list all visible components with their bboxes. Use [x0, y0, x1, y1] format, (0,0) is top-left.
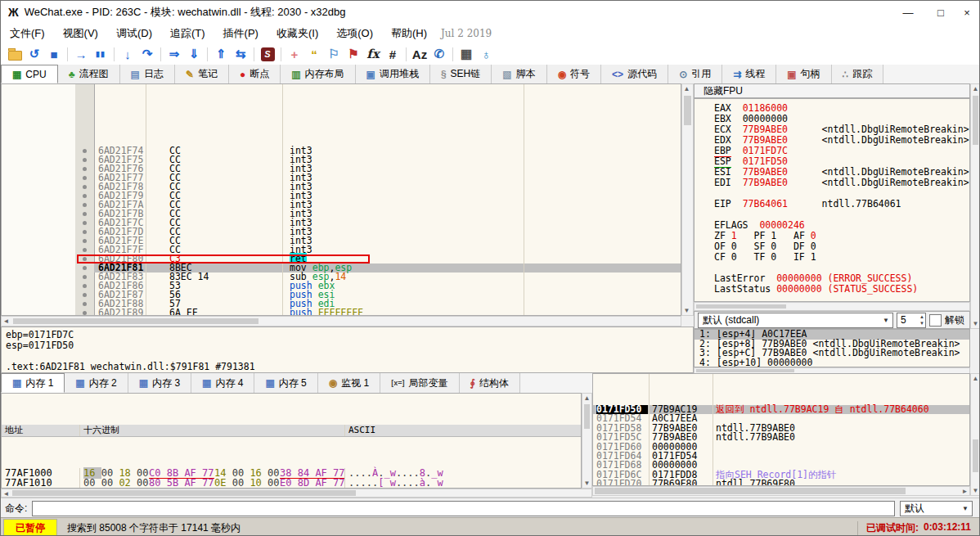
tab-log[interactable]: ▤日志 — [120, 65, 175, 83]
hide-fpu-button[interactable]: 隐藏FPU — [694, 83, 970, 98]
comment-icon[interactable]: “ — [304, 45, 324, 63]
tab-symbols[interactable]: ◉符号 — [547, 65, 601, 83]
restart-icon[interactable]: ↺ — [25, 45, 44, 63]
dump-vertical-scrollbar[interactable]: ▲▼ — [582, 393, 592, 489]
dump-tab-监视 1[interactable]: ◉监视 1 — [318, 373, 381, 393]
registers-vertical-scrollbar[interactable]: ▲▼ — [970, 83, 980, 329]
tab-graph[interactable]: ♣流程图 — [58, 65, 120, 83]
stack-vertical-scrollbar[interactable]: ▲▼ — [970, 373, 980, 496]
breakpoint-dot-icon[interactable] — [83, 230, 87, 234]
breakpoint-dot-icon[interactable] — [83, 284, 87, 288]
command-profile-select[interactable]: 默认 ▼ — [900, 501, 973, 516]
breakpoint-dot-icon[interactable] — [83, 194, 87, 198]
strings-icon[interactable]: Az — [410, 45, 429, 63]
hash-icon[interactable]: # — [383, 45, 402, 63]
stack-row[interactable]: 0171FD5077B9AC19返回到 ntdll.77B9AC19 自 ntd… — [593, 405, 969, 414]
menu-item[interactable]: 追踪(T) — [161, 25, 214, 43]
stack-row[interactable]: 0171FD6000000000 — [593, 443, 969, 452]
breakpoint-dot-icon[interactable] — [83, 239, 87, 243]
dump-tab-局部变量[interactable]: [x=]局部变量 — [380, 373, 459, 393]
patch-icon[interactable]: + — [285, 45, 304, 63]
stack-horizontal-scrollbar[interactable]: ► — [592, 486, 970, 496]
breakpoint-dot-icon[interactable] — [83, 311, 87, 315]
settings-icon[interactable]: S — [258, 45, 277, 63]
dump-horizontal-scrollbar[interactable]: ◄ — [1, 489, 592, 498]
menu-item[interactable]: 文件(F) — [1, 25, 54, 43]
step-over-icon[interactable]: ↷ — [137, 45, 157, 63]
disasm-row[interactable]: 6AD21F896A FFpush FFFFFFFF — [2, 309, 681, 316]
label-icon[interactable]: ⚐ — [324, 45, 344, 63]
registers-horizontal-scrollbar[interactable] — [694, 302, 970, 311]
calculator-icon[interactable]: ▦ — [456, 45, 476, 63]
dump-tab-内存 4[interactable]: ▦内存 4 — [191, 373, 254, 393]
disasm-vertical-scrollbar[interactable]: ▲▼ — [681, 83, 694, 316]
tab-threads[interactable]: ⇉线程 — [722, 65, 776, 83]
tab-trace[interactable]: ∴跟踪 — [832, 65, 884, 83]
phone-icon[interactable]: ✆ — [429, 45, 449, 63]
stop-icon[interactable]: ■ — [44, 45, 64, 63]
tab-memmap[interactable]: ▥内存布局 — [281, 65, 355, 83]
menu-item[interactable]: 视图(V) — [54, 25, 107, 43]
tab-breakpoints[interactable]: ●断点 — [229, 65, 281, 83]
tab-handles[interactable]: ▣句柄 — [776, 65, 831, 83]
breakpoint-dot-icon[interactable] — [83, 158, 87, 162]
unlock-checkbox[interactable] — [929, 314, 942, 327]
globe-icon[interactable]: ♁ — [476, 45, 496, 63]
step-into-icon[interactable]: ↓ — [118, 45, 137, 63]
close-button[interactable]: × — [948, 1, 980, 24]
tab-references[interactable]: ⊙引用 — [668, 65, 722, 83]
disasm-horizontal-scrollbar[interactable]: ◄ — [1, 316, 681, 327]
calling-convention-select[interactable]: 默认 (stdcall) ▼ — [698, 313, 893, 328]
tab-cpu[interactable]: ▦CPU — [1, 65, 58, 83]
tab-source[interactable]: <>源代码 — [601, 65, 668, 83]
stack-arguments-panel[interactable]: 1: [esp+4] A0C17EEA2: [esp+8] 77B9ABE0 <… — [694, 329, 970, 367]
register-line[interactable]: EDI 77B9ABE0 <ntdll.DbgUiRemoteBreakin> — [695, 178, 969, 188]
run-to-user-code-icon[interactable]: ⇑ — [211, 45, 231, 63]
breakpoint-dot-icon[interactable] — [83, 293, 87, 297]
menu-item[interactable]: 调试(D) — [107, 25, 161, 43]
menu-item[interactable]: 帮助(H) — [382, 25, 436, 43]
argument-row[interactable]: 4: [esp+10] 00000000 — [695, 358, 969, 368]
attach-icon[interactable]: ⇆ — [231, 45, 250, 63]
breakpoint-dot-icon[interactable] — [83, 167, 87, 171]
memory-dump-panel[interactable]: 地址 十六进制 ASCII 77AF100016 00 18 00C0 8B A… — [1, 393, 582, 489]
tab-seh[interactable]: §SEH链 — [430, 65, 492, 83]
stack-panel[interactable]: 0171FD5077B9AC19返回到 ntdll.77B9AC19 自 ntd… — [592, 373, 970, 486]
stack-row[interactable]: 0171FD5C77B9ABE0ntdll.77B9ABE0 — [593, 433, 969, 442]
menu-item[interactable]: 选项(O) — [327, 25, 382, 43]
bookmark-icon[interactable]: ⚑ — [344, 45, 363, 63]
breakpoint-dot-icon[interactable] — [83, 185, 87, 189]
function-icon[interactable]: fx — [363, 45, 383, 63]
register-line[interactable]: LastStatus 00000000 (STATUS_SUCCESS) — [695, 284, 969, 295]
tab-notes[interactable]: ✎笔记 — [175, 65, 229, 83]
dump-tab-内存 1[interactable]: ▦内存 1 — [1, 373, 65, 393]
pause-icon[interactable]: ▮▮ — [91, 45, 110, 63]
register-line[interactable]: EIP 77B64061 ntdll.77B64061 — [695, 199, 969, 209]
menu-item[interactable]: 收藏夹(I) — [267, 25, 327, 43]
breakpoint-dot-icon[interactable] — [83, 248, 87, 252]
run-icon[interactable]: → — [71, 45, 91, 63]
open-file-icon[interactable] — [5, 45, 25, 63]
dump-tab-内存 3[interactable]: ▦内存 3 — [128, 373, 191, 393]
execute-till-return-icon[interactable]: ⇒ — [164, 45, 184, 63]
breakpoint-dot-icon[interactable] — [83, 302, 87, 306]
registers-panel[interactable]: EAX 01186000EBX 00000000ECX 77B9ABE0 <nt… — [694, 98, 970, 302]
breakpoint-dot-icon[interactable] — [83, 176, 87, 180]
dump-tab-内存 5[interactable]: ▦内存 5 — [254, 373, 317, 393]
register-line[interactable] — [695, 295, 969, 302]
breakpoint-dot-icon[interactable] — [83, 203, 87, 207]
breakpoint-dot-icon[interactable] — [83, 275, 87, 279]
breakpoint-dot-icon[interactable] — [83, 212, 87, 216]
stack-row[interactable]: 0171FD7077B69F80ntdll.77B69F80 — [593, 480, 969, 486]
breakpoint-dot-icon[interactable] — [83, 221, 87, 225]
disassembly-panel[interactable]: 6AD21F74CCint36AD21F75CCint36AD21F76CCin… — [1, 83, 681, 316]
tab-callstack[interactable]: ▣调用堆栈 — [356, 65, 430, 83]
dump-tab-内存 2[interactable]: ▦内存 2 — [65, 373, 128, 393]
menu-item[interactable]: 插件(P) — [214, 25, 267, 43]
tab-script[interactable]: ▧脚本 — [492, 65, 546, 83]
step-out-icon[interactable]: ⇓ — [184, 45, 204, 63]
breakpoint-dot-icon[interactable] — [83, 149, 87, 153]
breakpoint-dot-icon[interactable] — [83, 266, 87, 270]
disasm-row[interactable]: 6AD21F80C3ret — [2, 254, 681, 263]
stack-row[interactable]: 0171FD640171FD54 — [593, 452, 969, 461]
